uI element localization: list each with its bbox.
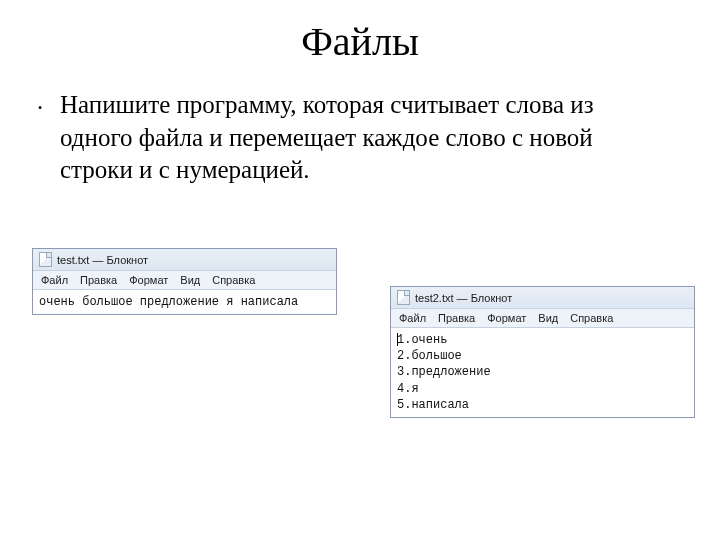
menu-view[interactable]: Вид — [180, 274, 200, 286]
menu-format[interactable]: Формат — [487, 312, 526, 324]
notepad-file-icon — [39, 252, 52, 267]
notepad2-line2: 2.большое — [397, 349, 462, 363]
notepad2-line5: 5.написала — [397, 398, 469, 412]
notepad-file-icon — [397, 290, 410, 305]
slide-body-text: Напишите программу, которая считывает сл… — [60, 91, 594, 183]
notepad2-menubar: Файл Правка Формат Вид Справка — [391, 309, 694, 328]
menu-edit[interactable]: Правка — [438, 312, 475, 324]
menu-help[interactable]: Справка — [570, 312, 613, 324]
menu-edit[interactable]: Правка — [80, 274, 117, 286]
menu-format[interactable]: Формат — [129, 274, 168, 286]
notepad2-line3: 3.предложение — [397, 365, 491, 379]
notepad2-line4: 4.я — [397, 382, 419, 396]
notepad2-titlebar: test2.txt — Блокнот — [391, 287, 694, 309]
notepad-window-test: test.txt — Блокнот Файл Правка Формат Ви… — [32, 248, 337, 315]
menu-help[interactable]: Справка — [212, 274, 255, 286]
menu-view[interactable]: Вид — [538, 312, 558, 324]
notepad1-titlebar: test.txt — Блокнот — [33, 249, 336, 271]
slide-body-container: • Напишите программу, которая считывает … — [0, 65, 720, 187]
notepad2-title: test2.txt — Блокнот — [415, 292, 512, 304]
notepad2-content[interactable]: 1.очень 2.большое 3.предложение 4.я 5.на… — [391, 328, 694, 417]
menu-file[interactable]: Файл — [41, 274, 68, 286]
notepad-window-test2: test2.txt — Блокнот Файл Правка Формат В… — [390, 286, 695, 418]
notepad1-title: test.txt — Блокнот — [57, 254, 148, 266]
bullet-icon: • — [38, 101, 42, 117]
menu-file[interactable]: Файл — [399, 312, 426, 324]
slide-title: Файлы — [0, 0, 720, 65]
notepad2-line1: 1.очень — [397, 333, 447, 347]
notepad1-content[interactable]: очень большое предложение я написала — [33, 290, 336, 314]
notepad1-menubar: Файл Правка Формат Вид Справка — [33, 271, 336, 290]
